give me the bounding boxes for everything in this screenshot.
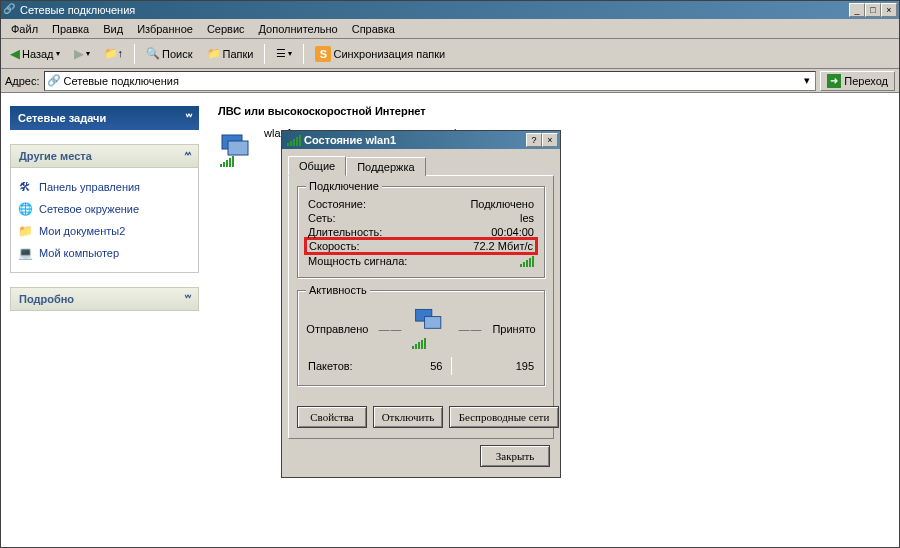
network-tasks-panel: Сетевые задачи ˅˅ xyxy=(9,105,200,131)
address-input[interactable]: 🔗 Сетевые подключения ▾ xyxy=(44,71,817,91)
tab-support[interactable]: Поддержка xyxy=(346,157,425,176)
packets-row: Пакетов: 56 195 xyxy=(308,357,534,375)
up-button[interactable]: 📁↑ xyxy=(99,43,129,65)
toolbar-separator xyxy=(134,44,135,64)
sidebar: Сетевые задачи ˅˅ Другие места ˄˄ 🛠 Пане… xyxy=(1,93,208,547)
dialog-titlebar[interactable]: Состояние wlan1 ? × xyxy=(282,131,560,149)
documents-icon: 📁 xyxy=(17,223,33,239)
go-button[interactable]: ➜ Переход xyxy=(820,71,895,91)
dialog-close-button[interactable]: × xyxy=(542,133,558,147)
svg-rect-1 xyxy=(228,141,248,155)
folders-label: Папки xyxy=(223,48,254,60)
sync-label: Синхронизация папки xyxy=(333,48,445,60)
search-label: Поиск xyxy=(162,48,192,60)
dialog-help-button[interactable]: ? xyxy=(526,133,542,147)
folders-icon: 📁 xyxy=(207,47,221,60)
connection-groupbox: Подключение Состояние: Подключено Сеть: … xyxy=(297,186,545,278)
close-button[interactable]: × xyxy=(881,3,897,17)
forward-arrow-icon: ▶ xyxy=(74,46,84,61)
sidebar-link-my-computer[interactable]: 💻 Мой компьютер xyxy=(17,242,192,264)
close-dialog-button[interactable]: Закрыть xyxy=(480,445,550,467)
details-header[interactable]: Подробно ˅˅ xyxy=(10,287,199,311)
svg-rect-5 xyxy=(425,317,441,329)
sync-button[interactable]: S Синхронизация папки xyxy=(310,43,450,65)
sidebar-link-label: Мои документы2 xyxy=(39,225,125,237)
signal-bars-icon xyxy=(287,135,301,146)
sidebar-link-control-panel[interactable]: 🛠 Панель управления xyxy=(17,176,192,198)
section-title: ЛВС или высокоскоростной Интернет xyxy=(218,105,889,117)
search-button[interactable]: 🔍 Поиск xyxy=(141,43,197,65)
packets-label: Пакетов: xyxy=(308,360,368,372)
address-label: Адрес: xyxy=(5,75,40,87)
network-connections-icon: 🔗 xyxy=(3,3,17,17)
chevron-down-icon: ▾ xyxy=(288,49,292,58)
chevron-down-icon: ▾ xyxy=(56,49,60,58)
toolbar: ◀ Назад ▾ ▶ ▾ 📁↑ 🔍 Поиск 📁 Папки ☰ ▾ S С… xyxy=(1,39,899,69)
address-bar: Адрес: 🔗 Сетевые подключения ▾ ➜ Переход xyxy=(1,69,899,93)
status-dialog: Состояние wlan1 ? × Общие Поддержка Подк… xyxy=(281,130,561,478)
wireless-networks-button[interactable]: Беспроводные сети xyxy=(449,406,559,428)
maximize-button[interactable]: □ xyxy=(865,3,881,17)
signal-bars-icon xyxy=(220,156,234,167)
disable-button[interactable]: Отключить xyxy=(373,406,443,428)
network-value: les xyxy=(520,212,534,224)
minimize-button[interactable]: _ xyxy=(849,3,865,17)
address-value: Сетевые подключения xyxy=(64,75,179,87)
network-label: Сеть: xyxy=(308,212,336,224)
received-label: Принято xyxy=(492,323,535,335)
folders-button[interactable]: 📁 Папки xyxy=(202,43,259,65)
groupbox-title: Активность xyxy=(306,284,370,296)
collapse-icon: ˅˅ xyxy=(185,113,191,124)
tab-general[interactable]: Общие xyxy=(288,156,346,176)
collapse-icon: ˅˅ xyxy=(184,294,190,305)
properties-button[interactable]: Свойства xyxy=(297,406,367,428)
forward-button[interactable]: ▶ ▾ xyxy=(69,43,95,65)
sidebar-link-label: Мой компьютер xyxy=(39,247,119,259)
activity-diagram: Отправлено —— —— Принято xyxy=(308,301,534,357)
collapse-icon: ˄˄ xyxy=(184,151,190,162)
folder-up-icon: 📁↑ xyxy=(104,47,124,60)
dialog-button-row: Свойства Отключить Беспроводные сети xyxy=(297,398,545,428)
duration-value: 00:04:00 xyxy=(491,226,534,238)
menu-favorites[interactable]: Избранное xyxy=(131,21,199,37)
search-icon: 🔍 xyxy=(146,47,160,60)
details-panel: Подробно ˅˅ xyxy=(9,286,200,312)
menu-file[interactable]: Файл xyxy=(5,21,44,37)
network-tasks-header[interactable]: Сетевые задачи ˅˅ xyxy=(10,106,199,130)
other-places-body: 🛠 Панель управления 🌐 Сетевое окружение … xyxy=(10,168,199,273)
dropdown-icon[interactable]: ▾ xyxy=(801,74,813,87)
menu-edit[interactable]: Правка xyxy=(46,21,95,37)
dialog-body: Общие Поддержка Подключение Состояние: П… xyxy=(282,149,560,477)
back-label: Назад xyxy=(22,48,54,60)
menu-extra[interactable]: Дополнительно xyxy=(253,21,344,37)
speed-label: Скорость: xyxy=(309,240,360,252)
views-button[interactable]: ☰ ▾ xyxy=(271,43,297,65)
menubar: Файл Правка Вид Избранное Сервис Дополни… xyxy=(1,19,899,39)
sidebar-link-network-places[interactable]: 🌐 Сетевое окружение xyxy=(17,198,192,220)
network-connections-icon: 🔗 xyxy=(47,74,61,87)
wireless-connection-icon xyxy=(218,127,258,167)
panel-title: Сетевые задачи xyxy=(18,112,106,124)
back-arrow-icon: ◀ xyxy=(10,46,20,61)
panel-title: Другие места xyxy=(19,150,92,162)
go-label: Переход xyxy=(844,75,888,87)
toolbar-separator xyxy=(303,44,304,64)
menu-tools[interactable]: Сервис xyxy=(201,21,251,37)
speed-value: 72.2 Мбит/с xyxy=(473,240,533,252)
status-value: Подключено xyxy=(470,198,534,210)
other-places-header[interactable]: Другие места ˄˄ xyxy=(10,144,199,168)
back-button[interactable]: ◀ Назад ▾ xyxy=(5,43,65,65)
chevron-down-icon: ▾ xyxy=(86,49,90,58)
status-label: Состояние: xyxy=(308,198,366,210)
views-icon: ☰ xyxy=(276,47,286,60)
other-places-panel: Другие места ˄˄ 🛠 Панель управления 🌐 Се… xyxy=(9,143,200,274)
menu-view[interactable]: Вид xyxy=(97,21,129,37)
window-titlebar[interactable]: 🔗 Сетевые подключения _ □ × xyxy=(1,1,899,19)
sidebar-link-my-documents[interactable]: 📁 Мои документы2 xyxy=(17,220,192,242)
menu-help[interactable]: Справка xyxy=(346,21,401,37)
sync-icon: S xyxy=(315,46,331,62)
tab-strip: Общие Поддержка xyxy=(288,156,554,176)
sidebar-link-label: Панель управления xyxy=(39,181,140,193)
panel-title: Подробно xyxy=(19,293,74,305)
packets-received-value: 195 xyxy=(452,360,535,372)
